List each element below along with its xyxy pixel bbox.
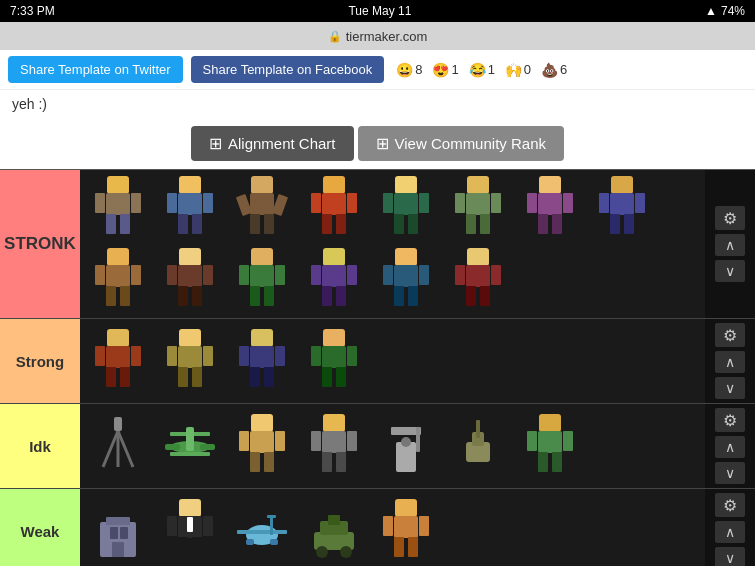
list-item[interactable] <box>228 246 296 314</box>
svg-rect-28 <box>394 214 404 234</box>
list-item[interactable] <box>300 327 368 395</box>
list-item[interactable] <box>228 174 296 242</box>
svg-rect-169 <box>419 516 429 536</box>
idk-gear-button[interactable]: ⚙ <box>715 408 745 432</box>
list-item[interactable] <box>156 174 224 242</box>
strong-label-text: Strong <box>16 353 64 370</box>
svg-rect-142 <box>552 452 562 472</box>
svg-rect-34 <box>466 214 476 234</box>
svg-rect-2 <box>95 193 105 213</box>
list-item[interactable] <box>300 412 368 480</box>
list-item[interactable] <box>444 174 512 242</box>
list-item[interactable] <box>156 327 224 395</box>
list-item[interactable] <box>84 246 152 314</box>
svg-rect-35 <box>480 214 490 234</box>
poop-emoji: 💩 <box>541 62 558 78</box>
tier-label-weak: Weak <box>0 489 80 566</box>
list-item[interactable] <box>84 497 152 565</box>
list-item[interactable] <box>516 174 584 242</box>
idk-up-button[interactable]: ∧ <box>715 436 745 458</box>
svg-rect-116 <box>165 444 180 450</box>
reaction-heart-eyes[interactable]: 😍 1 <box>432 62 458 78</box>
reaction-laugh[interactable]: 😂 1 <box>469 62 495 78</box>
svg-rect-151 <box>203 516 213 536</box>
list-item[interactable] <box>156 497 224 565</box>
raised-hands-emoji: 🙌 <box>505 62 522 78</box>
svg-rect-122 <box>250 452 260 472</box>
svg-rect-87 <box>131 346 141 366</box>
list-item[interactable] <box>300 246 368 314</box>
stronk-gear-button[interactable]: ⚙ <box>715 206 745 230</box>
weak-gear-button[interactable]: ⚙ <box>715 493 745 517</box>
svg-rect-156 <box>237 530 287 534</box>
list-item[interactable] <box>300 497 368 565</box>
strong-up-button[interactable]: ∧ <box>715 351 745 373</box>
svg-rect-86 <box>95 346 105 366</box>
heart-eyes-count: 1 <box>451 62 458 77</box>
svg-rect-117 <box>200 444 215 450</box>
svg-rect-65 <box>264 286 274 306</box>
tier-controls-weak: ⚙ ∧ ∨ <box>705 489 755 566</box>
stronk-up-button[interactable]: ∧ <box>715 234 745 256</box>
svg-rect-56 <box>167 265 177 285</box>
list-item[interactable] <box>300 174 368 242</box>
svg-rect-61 <box>250 265 274 287</box>
list-item[interactable] <box>228 327 296 395</box>
list-item[interactable] <box>588 174 656 242</box>
list-item[interactable] <box>444 246 512 314</box>
list-item[interactable] <box>228 497 296 565</box>
tier-row-stronk: STRONK ⚙ ∧ ∨ <box>0 170 755 319</box>
list-item[interactable] <box>444 412 512 480</box>
grid-icon: ⊞ <box>209 134 222 153</box>
facebook-share-button[interactable]: Share Template on Facebook <box>191 56 385 83</box>
tier-controls-strong: ⚙ ∧ ∨ <box>705 319 755 403</box>
list-item[interactable] <box>372 246 440 314</box>
reaction-smile[interactable]: 😀 8 <box>396 62 422 78</box>
list-item[interactable] <box>372 174 440 242</box>
list-item[interactable] <box>372 497 440 565</box>
svg-rect-50 <box>95 265 105 285</box>
svg-rect-69 <box>347 265 357 285</box>
svg-rect-21 <box>347 193 357 213</box>
svg-rect-153 <box>192 537 202 557</box>
svg-rect-8 <box>167 193 177 213</box>
svg-rect-144 <box>106 517 130 525</box>
svg-rect-64 <box>250 286 260 306</box>
list-item[interactable] <box>84 327 152 395</box>
list-item[interactable] <box>156 412 224 480</box>
idk-down-button[interactable]: ∨ <box>715 462 745 484</box>
tier-controls-stronk: ⚙ ∧ ∨ <box>705 170 755 318</box>
svg-rect-1 <box>106 193 130 215</box>
weak-down-button[interactable]: ∨ <box>715 547 745 566</box>
svg-rect-17 <box>264 214 274 234</box>
strong-gear-button[interactable]: ⚙ <box>715 323 745 347</box>
svg-rect-96 <box>251 329 273 347</box>
tier-content-strong <box>80 319 705 403</box>
list-item[interactable] <box>372 412 440 480</box>
reaction-raised-hands[interactable]: 🙌 0 <box>505 62 531 78</box>
svg-rect-88 <box>106 367 116 387</box>
list-item[interactable] <box>84 174 152 242</box>
strong-down-button[interactable]: ∨ <box>715 377 745 399</box>
weak-up-button[interactable]: ∧ <box>715 521 745 543</box>
stronk-down-button[interactable]: ∨ <box>715 260 745 282</box>
alignment-chart-tab[interactable]: ⊞ Alignment Chart <box>191 126 354 161</box>
list-item[interactable] <box>516 412 584 480</box>
list-item[interactable] <box>84 412 152 480</box>
svg-rect-24 <box>395 176 417 194</box>
svg-rect-89 <box>120 367 130 387</box>
url-text: 🔒 tiermaker.com <box>328 29 428 44</box>
status-bar: 7:33 PM Tue May 11 ▲ 74% <box>0 0 755 22</box>
community-rank-tab[interactable]: ⊞ View Community Rank <box>358 126 564 161</box>
reaction-poop[interactable]: 💩 6 <box>541 62 567 78</box>
svg-rect-22 <box>322 214 332 234</box>
svg-rect-44 <box>599 193 609 213</box>
svg-rect-47 <box>624 214 634 234</box>
svg-rect-137 <box>539 414 561 432</box>
status-time: 7:33 PM <box>10 4 55 18</box>
list-item[interactable] <box>228 412 296 480</box>
svg-rect-31 <box>466 193 490 215</box>
svg-rect-55 <box>178 265 202 287</box>
list-item[interactable] <box>156 246 224 314</box>
twitter-share-button[interactable]: Share Template on Twitter <box>8 56 183 83</box>
